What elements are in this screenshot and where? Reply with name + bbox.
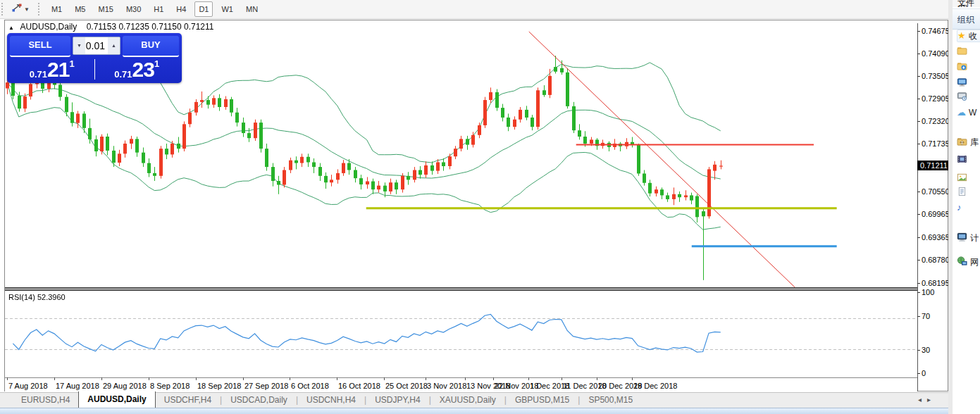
ask-big-digits: 23: [132, 58, 154, 81]
pane-separator[interactable]: [5, 287, 917, 291]
bid-big-digits: 21: [47, 58, 69, 81]
rsi-axis-tick: [917, 373, 920, 374]
explorer-item-library[interactable]: 库: [957, 136, 980, 149]
library-icon: [957, 137, 967, 149]
chart-tab-xauusd-daily[interactable]: XAUUSD,Daily: [431, 393, 504, 408]
rsi-axis-tick: [917, 292, 920, 293]
date-axis-label: 8 Sep 2018: [150, 382, 190, 390]
tab-scroll-left-icon[interactable]: ◂: [918, 396, 927, 403]
chart-shift-arrows-icon: [11, 3, 23, 15]
date-axis-tick: [101, 377, 102, 380]
explorer-file-menu[interactable]: 文件(F): [953, 0, 980, 7]
date-axis-label: 18 Sep 2018: [197, 382, 241, 390]
chart-symbol-label: AUDUSD,Daily: [20, 22, 77, 32]
price-axis-tick: [917, 192, 920, 192]
one-click-trade-panel: SELL ▼ 0.01 ▲ BUY 0.71211 0.71231: [7, 33, 182, 83]
chart-tab-gbpusd-m15[interactable]: GBPUSD,M15: [507, 393, 578, 408]
rsi-axis-label: 0: [922, 369, 926, 377]
date-axis-label: 17 Aug 2018: [56, 382, 99, 390]
chart-tab-audusd-daily[interactable]: AUDUSD,Daily: [78, 391, 155, 408]
volume-value[interactable]: 0.01: [85, 40, 108, 51]
rsi-canvas[interactable]: [5, 291, 917, 377]
chevron-down-icon[interactable]: ▼: [24, 6, 30, 13]
timeframe-button-h4[interactable]: H4: [172, 1, 190, 17]
toolbar-drag-handle-2[interactable]: [38, 3, 41, 15]
chart-tabs: EURUSD,H4AUDUSD,DailyUSDCHF,H4|USDCAD,Da…: [13, 391, 641, 408]
date-axis-label: 27 Sep 2018: [244, 382, 288, 390]
chart-tab-usdchf-h4[interactable]: USDCHF,H4: [156, 393, 220, 408]
timeframe-button-m5[interactable]: M5: [70, 1, 89, 17]
status-bar: [0, 408, 980, 414]
timeframe-button-w1[interactable]: W1: [217, 1, 237, 17]
explorer-item-cloud[interactable]: ☁W: [957, 106, 980, 119]
explorer-item-recent[interactable]: [957, 91, 980, 104]
date-axis-tick: [54, 377, 55, 380]
rsi-indicator-label: RSI(14) 52.3960: [8, 293, 66, 301]
chart-tab-usdjpy-h4[interactable]: USDJPY,H4: [366, 393, 428, 408]
date-axis-tick: [562, 377, 562, 380]
chart-shift-button[interactable]: ▼: [8, 1, 32, 17]
timeframe-button-m1[interactable]: M1: [47, 1, 66, 17]
bid-pip-fraction: 1: [69, 58, 74, 69]
date-axis-label: 6 Oct 2018: [291, 382, 329, 390]
chart-tab-sp500-m15[interactable]: SP500,M15: [580, 393, 641, 408]
price-axis-tick: [917, 76, 920, 77]
date-axis-label: 3 Nov 2018: [427, 382, 466, 390]
explorer-item-label: 库: [970, 137, 979, 149]
explorer-item-network[interactable]: 网: [957, 256, 980, 268]
date-axis-tick: [243, 377, 244, 380]
timeframe-button-d1[interactable]: D1: [194, 1, 213, 17]
tab-scroll-arrows[interactable]: ◂▸: [918, 396, 936, 403]
date-axis-tick: [196, 377, 197, 380]
chart-tab-usdcad-daily[interactable]: USDCAD,Daily: [222, 393, 296, 408]
sell-button[interactable]: SELL: [10, 36, 70, 57]
explorer-item-computer[interactable]: 计: [957, 232, 980, 244]
timeframe-button-h1[interactable]: H1: [149, 1, 168, 17]
timeframe-button-m30[interactable]: M30: [122, 1, 145, 17]
date-axis-tick: [384, 377, 385, 380]
star-icon: ★: [957, 31, 966, 41]
explorer-item-label: W: [969, 108, 976, 118]
explorer-item-label: 收: [969, 30, 977, 42]
date-axis-tick: [290, 377, 290, 380]
explorer-item-star[interactable]: ★收: [957, 30, 980, 42]
mt4-application: ▼ M1M5M15M30H1H4D1W1MN ▲ AUDUSD,Daily 0.…: [0, 0, 980, 414]
computer-icon: [957, 232, 967, 244]
date-axis-tick: [149, 377, 149, 380]
rsi-axis-tick: [917, 316, 920, 317]
ask-price[interactable]: 0.71231: [95, 58, 180, 81]
explorer-item-video[interactable]: [957, 153, 980, 166]
chart-tab-eurusd-h4[interactable]: EURUSD,H4: [13, 393, 78, 408]
price-axis-tick: [917, 31, 920, 32]
volume-stepper: ▼ 0.01 ▲: [73, 37, 120, 55]
toolbar-drag-handle[interactable]: [1, 3, 4, 15]
explorer-item-pictures[interactable]: [957, 172, 980, 184]
explorer-item-document[interactable]: [957, 186, 980, 199]
explorer-organize-button[interactable]: 组织: [953, 8, 980, 30]
date-axis-label: 16 Oct 2018: [338, 382, 380, 390]
date-axis-label: 29 Dec 2018: [633, 382, 677, 390]
chart-tab-usdcnh-h4[interactable]: USDCNH,H4: [298, 393, 364, 408]
rsi-axis-label: 30: [922, 346, 930, 354]
tab-scroll-right-icon[interactable]: ▸: [927, 396, 936, 403]
explorer-item-desktop[interactable]: [957, 77, 980, 89]
bid-price[interactable]: 0.71211: [10, 58, 94, 81]
timeframe-toolbar: ▼ M1M5M15M30H1H4D1W1MN: [0, 0, 980, 19]
price-axis-tick: [917, 237, 920, 238]
date-axis-tick: [337, 377, 337, 380]
timeframe-button-m15[interactable]: M15: [94, 1, 117, 17]
price-axis-tick: [917, 121, 920, 122]
explorer-item-folder[interactable]: [957, 45, 980, 58]
volume-increase-button[interactable]: ▲: [108, 37, 120, 54]
collapse-triangle-icon[interactable]: ▲: [8, 25, 14, 31]
video-icon: [957, 154, 967, 166]
buy-button[interactable]: BUY: [123, 36, 179, 57]
explorer-item-download[interactable]: [957, 61, 980, 73]
volume-decrease-button[interactable]: ▼: [73, 37, 85, 54]
explorer-item-music[interactable]: ♪: [957, 201, 980, 214]
chart-ohlc-values: 0.71153 0.71235 0.71150 0.71211: [87, 22, 214, 32]
pictures-icon: [957, 172, 967, 184]
timeframe-button-mn[interactable]: MN: [242, 1, 262, 17]
desktop-icon: [957, 77, 967, 89]
rsi-axis-tick: [917, 350, 920, 351]
